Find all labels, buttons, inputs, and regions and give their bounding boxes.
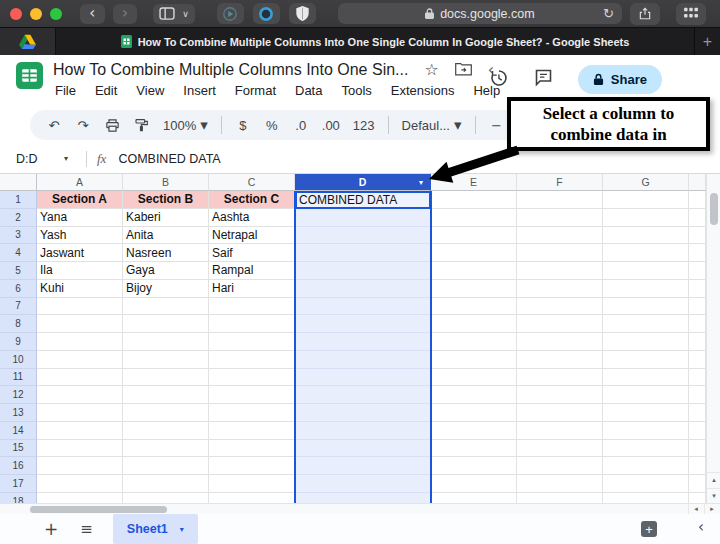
share-button[interactable]: Share [578,65,662,94]
paint-format-button[interactable] [134,117,150,133]
move-folder-icon[interactable] [455,61,472,79]
cell[interactable] [603,422,689,440]
cell[interactable]: Kaberi [123,209,209,227]
back-button[interactable]: ‹ [80,4,105,24]
menu-file[interactable]: File [53,82,78,99]
cell[interactable] [295,457,431,475]
cell[interactable] [295,244,431,262]
cell[interactable] [209,369,295,387]
cell[interactable]: Bijoy [123,280,209,298]
extension-play-button[interactable] [217,3,244,24]
cell[interactable] [431,262,517,280]
cell[interactable] [603,369,689,387]
format-percent-button[interactable]: % [264,118,280,133]
row-header-3[interactable]: 3 [0,227,37,245]
cell[interactable] [603,493,689,503]
cell[interactable] [517,262,603,280]
new-tab-button[interactable]: + [694,28,720,55]
cell[interactable] [37,333,123,351]
cell[interactable] [209,404,295,422]
cell[interactable] [209,475,295,493]
row-header-18[interactable]: 18 [0,493,37,503]
cell[interactable]: Section C [209,191,295,209]
cell[interactable] [517,457,603,475]
tab-overview-button[interactable] [676,3,706,25]
extension-ring-button[interactable] [253,3,280,24]
cell[interactable] [123,315,209,333]
cell[interactable] [209,493,295,503]
cell[interactable] [517,422,603,440]
cell[interactable] [295,315,431,333]
cell[interactable] [37,457,123,475]
version-history-button[interactable] [488,67,509,92]
cell[interactable] [689,298,706,316]
star-icon[interactable]: ☆ [424,62,438,78]
cell[interactable]: Yana [37,209,123,227]
collapse-panel-button[interactable]: ‹ [698,518,704,536]
cell[interactable] [431,227,517,245]
cell[interactable] [517,280,603,298]
cell[interactable] [123,457,209,475]
cell[interactable] [431,493,517,503]
cell[interactable] [517,351,603,369]
cell[interactable] [123,404,209,422]
cell[interactable] [431,244,517,262]
redo-button[interactable]: ↷ [75,118,91,133]
cell[interactable] [37,386,123,404]
horizontal-scrollbar[interactable]: ◂ ▸ [0,503,720,514]
cell[interactable] [517,315,603,333]
formula-input[interactable]: COMBINED DATA [118,152,220,166]
select-all-corner[interactable] [0,174,37,191]
cell[interactable] [123,298,209,316]
cell[interactable] [295,351,431,369]
cell[interactable] [123,422,209,440]
cell[interactable] [295,422,431,440]
cell[interactable] [517,191,603,209]
cell[interactable] [431,191,517,209]
cell[interactable] [517,440,603,458]
cell[interactable] [295,493,431,503]
cell[interactable] [689,262,706,280]
menu-tools[interactable]: Tools [339,82,373,99]
cell[interactable] [689,369,706,387]
column-header-b[interactable]: B [123,174,209,191]
row-header-4[interactable]: 4 [0,244,37,262]
row-header-11[interactable]: 11 [0,369,37,387]
cell[interactable] [603,298,689,316]
extension-shield-button[interactable] [289,3,316,24]
cell[interactable] [431,457,517,475]
cell[interactable] [431,475,517,493]
forward-button[interactable]: › [113,4,138,24]
cell[interactable]: Gaya [123,262,209,280]
cell[interactable] [603,209,689,227]
cell[interactable] [603,457,689,475]
cell[interactable] [603,333,689,351]
cell[interactable] [295,209,431,227]
side-panel-add-button[interactable]: + [641,521,657,537]
cell[interactable] [431,298,517,316]
sheets-logo[interactable] [16,62,43,106]
cell[interactable] [37,369,123,387]
cell[interactable] [689,191,706,209]
row-header-7[interactable]: 7 [0,298,37,316]
increase-decimal-button[interactable]: .00 [322,118,340,133]
row-header-15[interactable]: 15 [0,440,37,458]
cell[interactable] [517,386,603,404]
cell[interactable] [689,227,706,245]
row-header-1[interactable]: 1 [0,191,37,209]
cell[interactable] [431,351,517,369]
row-header-10[interactable]: 10 [0,351,37,369]
cell[interactable] [295,227,431,245]
cell[interactable] [209,315,295,333]
cell[interactable] [689,209,706,227]
cell[interactable] [431,404,517,422]
cell[interactable]: Nasreen [123,244,209,262]
cell[interactable] [603,280,689,298]
cell[interactable] [123,493,209,503]
comment-button[interactable] [533,67,554,92]
cell[interactable] [209,298,295,316]
cell[interactable]: Hari [209,280,295,298]
cell[interactable]: Ila [37,262,123,280]
cell[interactable]: Saif [209,244,295,262]
row-header-6[interactable]: 6 [0,280,37,298]
